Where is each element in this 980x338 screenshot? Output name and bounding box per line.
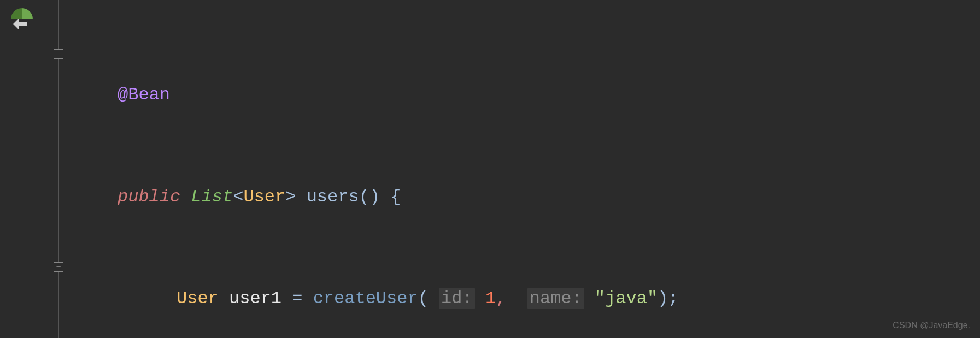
param-hint: name:: [527, 288, 584, 309]
annotation-token: @Bean: [118, 85, 170, 105]
implementation-icon[interactable]: [8, 5, 36, 33]
paren: (: [418, 288, 429, 309]
generic-type: User: [243, 187, 285, 207]
angle-bracket: <: [233, 187, 243, 207]
method-call: createUser: [313, 288, 418, 309]
fold-marker-open[interactable]: ─: [54, 49, 63, 59]
var-name: user1: [229, 288, 281, 309]
paren: (): [359, 187, 380, 207]
comma: ,: [496, 288, 506, 309]
code-content[interactable]: @Bean public List<User> users() { User u…: [66, 0, 700, 338]
code-editor[interactable]: ─ ─ @Bean public List<User> users() { Us…: [0, 0, 980, 338]
code-line: public List<User> users() {: [118, 180, 700, 214]
open-brace: {: [390, 187, 401, 207]
assign-op: =: [292, 288, 302, 309]
param-hint: id:: [439, 288, 475, 309]
code-line: @Bean: [118, 78, 700, 112]
modifier-keyword: public: [118, 187, 180, 207]
fold-marker-close[interactable]: ─: [54, 262, 63, 272]
watermark-text: CSDN @JavaEdge.: [893, 317, 970, 334]
number-literal: 1: [485, 288, 496, 309]
var-type: User: [177, 288, 219, 309]
code-line: User user1 = createUser( id: 1, name: "j…: [118, 282, 700, 316]
return-type: List: [191, 187, 233, 207]
paren: );: [658, 288, 678, 309]
string-literal: "java": [595, 288, 658, 309]
method-name: users: [307, 187, 359, 207]
angle-bracket: >: [285, 187, 296, 207]
editor-gutter: ─ ─: [0, 0, 66, 338]
